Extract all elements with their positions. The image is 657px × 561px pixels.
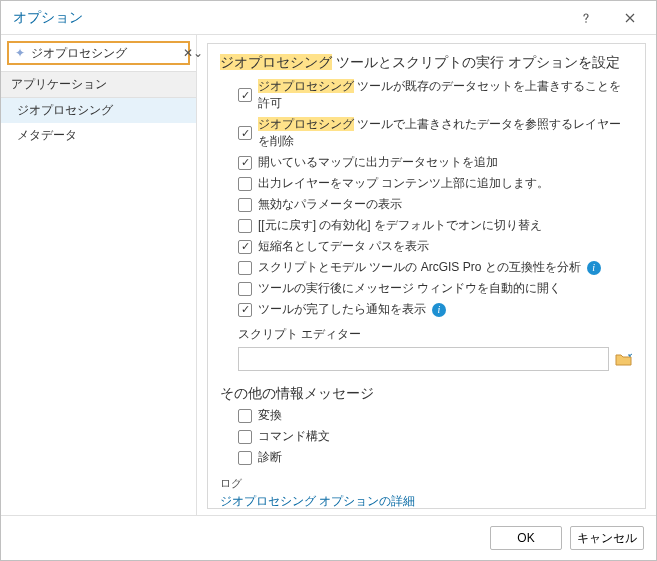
dialog-footer: OK キャンセル (1, 515, 656, 560)
checkbox[interactable] (238, 261, 252, 275)
log-label: ログ (220, 476, 633, 491)
sidebar-category: アプリケーション (1, 71, 196, 98)
option-row: [[元に戻す] の有効化] をデフォルトでオンに切り替え (238, 217, 633, 234)
ok-button[interactable]: OK (490, 526, 562, 550)
details-link[interactable]: ジオプロセシング オプションの詳細 (220, 493, 633, 509)
section-heading: ジオプロセシング ツールとスクリプトの実行 オプションを設定 (220, 54, 633, 72)
sparkle-icon: ✦ (15, 46, 25, 60)
checkbox[interactable] (238, 126, 252, 140)
checkbox[interactable] (238, 451, 252, 465)
option-label: [[元に戻す] の有効化] をデフォルトでオンに切り替え (258, 217, 542, 234)
option-label: 無効なパラメーターの表示 (258, 196, 402, 213)
option-row: 診断 (238, 449, 633, 466)
other-messages-heading: その他の情報メッセージ (220, 385, 633, 403)
info-icon[interactable]: i (432, 303, 446, 317)
option-label: スクリプトとモデル ツールの ArcGIS Pro との互換性を分析 (258, 259, 581, 276)
search-box[interactable]: ✦ ✕ ⌄ (7, 41, 190, 65)
browse-button[interactable] (615, 350, 633, 368)
option-label: 短縮名としてデータ パスを表示 (258, 238, 429, 255)
search-input[interactable] (29, 45, 183, 61)
sidebar: ✦ ✕ ⌄ アプリケーション ジオプロセシング メタデータ (1, 35, 197, 515)
checkbox[interactable] (238, 177, 252, 191)
close-button[interactable] (608, 4, 652, 32)
option-label: ジオプロセシング ツールが既存のデータセットを上書きすることを許可 (258, 78, 633, 112)
checkbox[interactable] (238, 430, 252, 444)
option-label: 開いているマップに出力データセットを追加 (258, 154, 498, 171)
option-row: コマンド構文 (238, 428, 633, 445)
option-row: 無効なパラメーターの表示 (238, 196, 633, 213)
cancel-button[interactable]: キャンセル (570, 526, 644, 550)
info-icon[interactable]: i (587, 261, 601, 275)
option-row: スクリプトとモデル ツールの ArcGIS Pro との互換性を分析i (238, 259, 633, 276)
option-row: ジオプロセシング ツールが既存のデータセットを上書きすることを許可 (238, 78, 633, 112)
checkbox[interactable] (238, 156, 252, 170)
sidebar-item-geoprocessing[interactable]: ジオプロセシング (1, 98, 196, 123)
checkbox[interactable] (238, 88, 252, 102)
option-label: ツールが完了したら通知を表示 (258, 301, 426, 318)
sidebar-item-metadata[interactable]: メタデータ (1, 123, 196, 148)
checkbox[interactable] (238, 303, 252, 317)
option-label: 診断 (258, 449, 282, 466)
option-row: 変換 (238, 407, 633, 424)
option-label: コマンド構文 (258, 428, 330, 445)
option-label: 出力レイヤーをマップ コンテンツ上部に追加します。 (258, 175, 549, 192)
options-panel: ジオプロセシング ツールとスクリプトの実行 オプションを設定 ジオプロセシング … (207, 43, 646, 509)
help-button[interactable] (564, 4, 608, 32)
script-editor-input[interactable] (238, 347, 609, 371)
editor-label: スクリプト エディター (238, 326, 633, 343)
clear-icon[interactable]: ✕ (183, 46, 193, 60)
window-title: オプション (13, 9, 564, 27)
heading-highlight: ジオプロセシング (220, 54, 332, 70)
checkbox[interactable] (238, 240, 252, 254)
checkbox[interactable] (238, 409, 252, 423)
option-row: 短縮名としてデータ パスを表示 (238, 238, 633, 255)
checkbox[interactable] (238, 219, 252, 233)
titlebar: オプション (1, 1, 656, 35)
option-row: 開いているマップに出力データセットを追加 (238, 154, 633, 171)
checkbox[interactable] (238, 198, 252, 212)
option-row: ツールが完了したら通知を表示i (238, 301, 633, 318)
option-label: 変換 (258, 407, 282, 424)
option-row: 出力レイヤーをマップ コンテンツ上部に追加します。 (238, 175, 633, 192)
checkbox[interactable] (238, 282, 252, 296)
svg-point-0 (585, 21, 587, 23)
option-row: ジオプロセシング ツールで上書きされたデータを参照するレイヤーを削除 (238, 116, 633, 150)
option-row: ツールの実行後にメッセージ ウィンドウを自動的に開く (238, 280, 633, 297)
option-label: ジオプロセシング ツールで上書きされたデータを参照するレイヤーを削除 (258, 116, 633, 150)
option-label: ツールの実行後にメッセージ ウィンドウを自動的に開く (258, 280, 561, 297)
